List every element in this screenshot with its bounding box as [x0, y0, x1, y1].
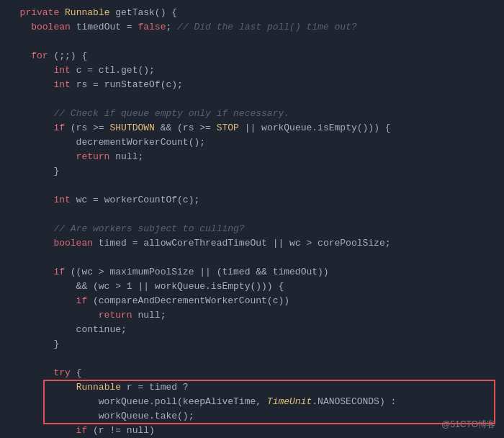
code-line: [0, 92, 504, 107]
code-line: // Check if queue empty only if necessar…: [0, 107, 504, 121]
code-line: [0, 207, 504, 222]
code-line: try {: [0, 366, 504, 380]
code-line: [0, 35, 504, 49]
code-line: if (rs >= SHUTDOWN && (rs >= STOP || wor…: [0, 121, 504, 135]
code-line: if ((wc > maximumPoolSize || (timed && t…: [0, 265, 504, 280]
code-line: boolean timed = allowCoreThreadTimeOut |…: [0, 236, 504, 251]
code-line: [0, 179, 504, 193]
code-line: }: [0, 337, 504, 352]
code-line: return null;: [0, 150, 504, 164]
code-line: continue;: [0, 323, 504, 337]
code-line: boolean timedOut = false; // Did the las…: [0, 20, 504, 35]
code-editor: private Runnable getTask() { boolean tim…: [0, 0, 504, 438]
code-line: decrementWorkerCount();: [0, 135, 504, 150]
code-line: [0, 251, 504, 265]
code-line: int rs = runStateOf(c);: [0, 78, 504, 92]
code-line: // Are workers subject to culling?: [0, 222, 504, 236]
code-line: [0, 352, 504, 366]
watermark: @51CTO博客: [441, 419, 495, 431]
code-line: workQueue.take();: [0, 409, 504, 424]
code-line: if (r != null): [0, 424, 504, 438]
code-line: Runnable r = timed ?: [0, 380, 504, 395]
code-line: int wc = workerCountOf(c);: [0, 193, 504, 207]
code-line: if (compareAndDecrementWorkerCount(c)): [0, 294, 504, 308]
code-line: for (;;) {: [0, 49, 504, 63]
code-line: return null;: [0, 308, 504, 323]
code-line: int c = ctl.get();: [0, 63, 504, 78]
code-line: }: [0, 164, 504, 179]
code-line: workQueue.poll(keepAliveTime, TimeUnit.N…: [0, 395, 504, 409]
code-line: private Runnable getTask() {: [0, 6, 504, 20]
code-line: && (wc > 1 || workQueue.isEmpty())) {: [0, 280, 504, 294]
